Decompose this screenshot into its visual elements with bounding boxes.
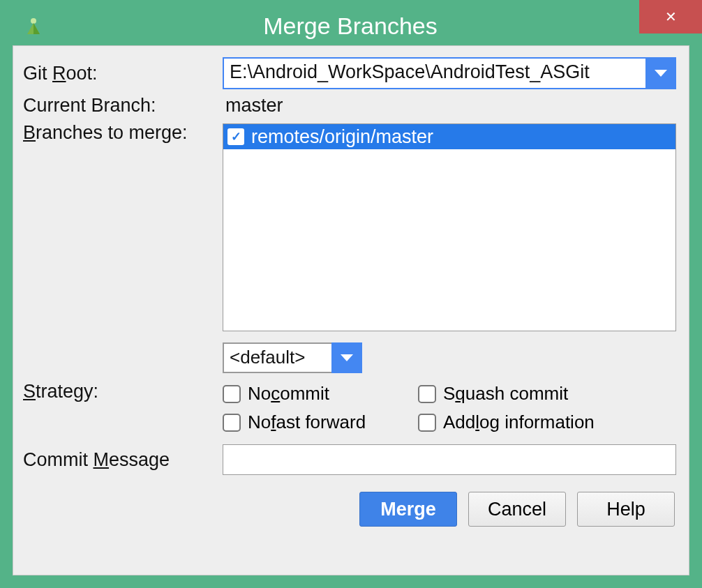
chevron-down-icon bbox=[655, 70, 667, 77]
label-text: ommit bbox=[280, 383, 329, 405]
label-mnemonic: R bbox=[52, 63, 66, 84]
label-text: S bbox=[443, 383, 455, 405]
merge-options: No commit Squash commit No fast forward … bbox=[223, 383, 682, 433]
merge-button[interactable]: Merge bbox=[359, 492, 457, 527]
titlebar: Merge Branches bbox=[7, 7, 695, 45]
branch-item-checkbox[interactable]: ✓ bbox=[227, 128, 244, 145]
checkbox-box bbox=[223, 385, 241, 403]
git-root-value: E:\Android_WorkSpace\AndroidTest_ASGit bbox=[223, 57, 645, 89]
label-text: trategy: bbox=[36, 381, 98, 402]
checkbox-box bbox=[223, 414, 241, 432]
dialog-window: Merge Branches ✕ Git Root: E:\Android_Wo… bbox=[0, 0, 702, 588]
label-text: Commit bbox=[23, 449, 94, 470]
strategy-dropdown-button[interactable] bbox=[331, 342, 362, 373]
branch-item-label: remotes/origin/master bbox=[251, 126, 433, 148]
help-button[interactable]: Help bbox=[577, 492, 675, 527]
label-text: Add bbox=[443, 412, 475, 433]
label-mnemonic: f bbox=[271, 412, 276, 433]
git-root-dropdown-button[interactable] bbox=[645, 57, 676, 89]
chevron-down-icon bbox=[341, 354, 353, 361]
dialog-title: Merge Branches bbox=[6, 13, 695, 40]
branches-to-merge-label: Branches to merge: bbox=[20, 122, 223, 144]
git-root-combo[interactable]: E:\Android_WorkSpace\AndroidTest_ASGit bbox=[223, 57, 676, 89]
git-root-label: Git Root: bbox=[20, 63, 223, 84]
commit-message-label: Commit Message bbox=[20, 449, 223, 471]
label-text: uash commit bbox=[465, 383, 568, 405]
squash-commit-checkbox[interactable]: Squash commit bbox=[418, 383, 641, 405]
commit-message-input[interactable] bbox=[223, 444, 676, 475]
cancel-button[interactable]: Cancel bbox=[468, 492, 566, 527]
label-text: Git bbox=[23, 63, 52, 84]
label-text: essage bbox=[109, 449, 170, 470]
label-mnemonic: S bbox=[23, 381, 36, 402]
label-text: oot: bbox=[66, 63, 98, 84]
label-mnemonic: M bbox=[94, 449, 110, 470]
dialog-buttons: Merge Cancel Help bbox=[20, 492, 682, 527]
strategy-label: Strategy: bbox=[20, 381, 223, 402]
label-text: og information bbox=[479, 412, 595, 433]
label-text: ast forward bbox=[276, 412, 366, 433]
dialog-content: Git Root: E:\Android_WorkSpace\AndroidTe… bbox=[13, 45, 689, 575]
checkbox-box bbox=[418, 385, 436, 403]
no-fast-forward-checkbox[interactable]: No fast forward bbox=[223, 412, 418, 433]
label-mnemonic: c bbox=[271, 383, 280, 405]
label-mnemonic: q bbox=[455, 383, 465, 405]
label-text: ranches to merge: bbox=[36, 122, 188, 143]
close-button[interactable]: ✕ bbox=[639, 0, 702, 33]
label-mnemonic: B bbox=[23, 122, 36, 143]
add-log-information-checkbox[interactable]: Add log information bbox=[418, 412, 641, 433]
current-branch-value: master bbox=[223, 93, 682, 118]
close-icon: ✕ bbox=[665, 8, 677, 25]
no-commit-checkbox[interactable]: No commit bbox=[223, 383, 418, 405]
branches-listbox[interactable]: ✓ remotes/origin/master bbox=[223, 123, 676, 331]
current-branch-label: Current Branch: bbox=[20, 95, 223, 116]
checkbox-box bbox=[418, 414, 436, 432]
branch-list-item[interactable]: ✓ remotes/origin/master bbox=[223, 124, 675, 149]
label-text: No bbox=[248, 412, 271, 433]
label-text: No bbox=[248, 383, 271, 405]
strategy-combo[interactable]: <default> bbox=[223, 342, 362, 373]
strategy-value: <default> bbox=[223, 342, 331, 373]
